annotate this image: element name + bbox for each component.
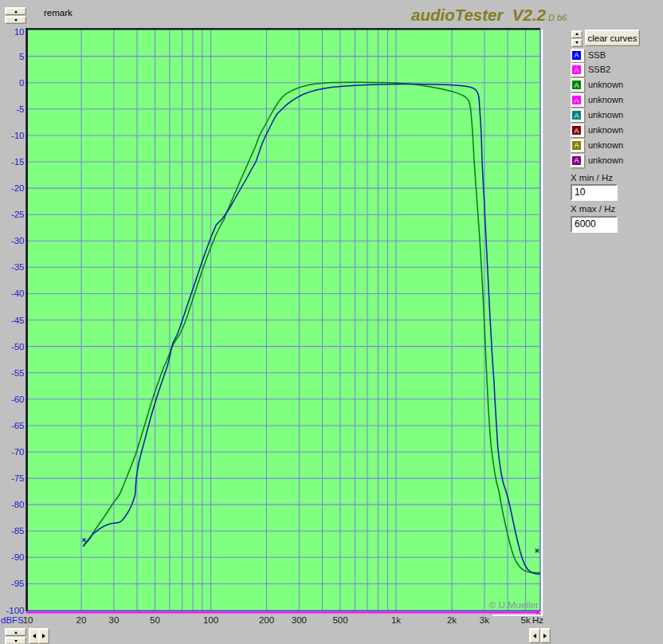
- svg-text:-80: -80: [11, 500, 25, 509]
- svg-text:5k: 5k: [520, 615, 530, 625]
- svg-text:30: 30: [109, 615, 120, 625]
- svg-text:50: 50: [150, 615, 160, 625]
- svg-text:-35: -35: [11, 262, 25, 272]
- svg-text:-75: -75: [11, 473, 25, 483]
- svg-text:20: 20: [76, 615, 87, 625]
- svg-text:-5: -5: [16, 104, 24, 114]
- svg-text:200: 200: [259, 615, 274, 625]
- svg-text:© U.Mueller: © U.Mueller: [489, 599, 539, 611]
- svg-text:-50: -50: [11, 342, 25, 351]
- svg-text:-40: -40: [11, 289, 25, 298]
- svg-text:5: 5: [19, 52, 24, 61]
- svg-text:-45: -45: [11, 316, 25, 325]
- svg-text:-65: -65: [11, 421, 25, 430]
- svg-text:300: 300: [292, 615, 307, 625]
- svg-text:-10: -10: [11, 131, 25, 140]
- svg-text:-100: -100: [6, 606, 24, 615]
- svg-text:-20: -20: [11, 183, 25, 193]
- svg-text:-30: -30: [11, 236, 25, 245]
- svg-text:-25: -25: [11, 210, 25, 219]
- svg-text:-70: -70: [11, 447, 25, 457]
- svg-text:-60: -60: [11, 395, 25, 404]
- svg-text:dBFS: dBFS: [1, 615, 24, 625]
- svg-text:500: 500: [332, 615, 347, 625]
- svg-text:10: 10: [14, 27, 25, 37]
- svg-text:-95: -95: [11, 579, 25, 588]
- svg-text:10: 10: [23, 615, 33, 625]
- svg-text:-90: -90: [11, 552, 25, 562]
- svg-text:1k: 1k: [391, 615, 401, 625]
- svg-text:3k: 3k: [480, 615, 489, 625]
- svg-text:-85: -85: [11, 526, 25, 536]
- svg-text:2k: 2k: [447, 615, 457, 625]
- svg-text:0: 0: [19, 78, 24, 88]
- svg-text:100: 100: [203, 615, 218, 625]
- svg-text:-55: -55: [11, 368, 25, 378]
- svg-text:Hz: Hz: [532, 615, 543, 625]
- svg-text:-15: -15: [11, 157, 25, 167]
